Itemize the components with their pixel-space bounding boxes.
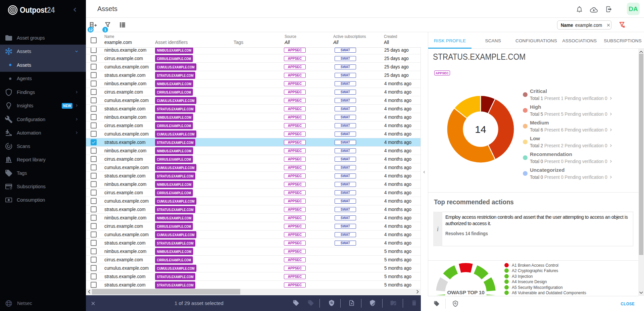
svg-text:OWASP TOP 10: OWASP TOP 10 (447, 290, 485, 295)
svg-text:14: 14 (475, 124, 486, 135)
